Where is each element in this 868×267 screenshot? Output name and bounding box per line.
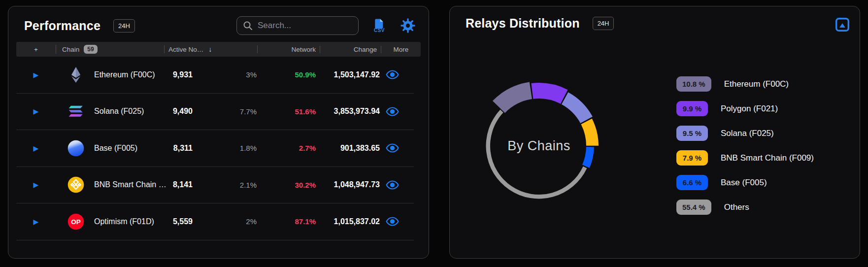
change-value: 2.7% bbox=[261, 144, 320, 152]
table-row[interactable]: ▶ BNB Smart Chain … 8,141 2.1% 30.2% 1,0… bbox=[16, 167, 414, 204]
active-nodes-value: 5,559 bbox=[164, 217, 194, 226]
legend-pct-badge: 6.6 % bbox=[676, 175, 708, 190]
legend-item: 55.4 % Others bbox=[676, 198, 814, 216]
change-value: 50.9% bbox=[261, 70, 320, 79]
table-row[interactable]: ▶ Base (F005) 8,311 1.8% 2.7% 901,383.65 bbox=[16, 130, 414, 167]
image-icon bbox=[835, 17, 850, 32]
gear-icon bbox=[400, 18, 416, 33]
legend-item: 9.9 % Polygon (F021) bbox=[676, 100, 814, 118]
legend-pct-badge: 9.9 % bbox=[676, 101, 708, 116]
sort-descending-icon[interactable]: ↓ bbox=[208, 45, 212, 53]
column-header-active-nodes[interactable]: Active No… ↓ bbox=[164, 45, 261, 53]
table-body: ▶ Ethereum (F00C) 9,931 3% 50.9% 1,503,1… bbox=[16, 57, 421, 240]
computed-units-value: 1,048,947.73 bbox=[320, 180, 381, 189]
legend-label: Ethereum (F00C) bbox=[724, 79, 789, 89]
column-header-chain[interactable]: Chain 59 bbox=[56, 45, 164, 54]
expand-row-icon[interactable]: ▶ bbox=[33, 181, 39, 189]
computed-units-value: 901,383.65 bbox=[320, 144, 381, 153]
legend-item: 10.8 % Ethereum (F00C) bbox=[676, 75, 814, 93]
legend-pct-badge: 7.9 % bbox=[676, 150, 708, 166]
expand-row-icon[interactable]: ▶ bbox=[33, 218, 39, 226]
legend-item: 7.9 % BNB Smart Chain (F009) bbox=[676, 149, 814, 167]
column-header-network[interactable]: Network bbox=[261, 46, 320, 53]
column-header-change[interactable]: Change bbox=[320, 46, 381, 53]
table-header-row: + Chain 59 Active No… ↓ Network Change M… bbox=[16, 42, 421, 57]
performance-header: Performance 24H CSV bbox=[8, 6, 429, 42]
view-details-eye-button[interactable] bbox=[386, 106, 399, 117]
relays-donut-chart[interactable]: By Chains bbox=[465, 72, 613, 220]
chain-name: Base (F005) bbox=[94, 144, 137, 153]
performance-table: + Chain 59 Active No… ↓ Network Change M… bbox=[16, 42, 421, 240]
optimism-icon: OP bbox=[67, 213, 84, 230]
table-row[interactable]: ▶ Solana (F025) 9,490 7.7% 51.6% 3,853,9… bbox=[16, 94, 414, 131]
chain-header-label: Chain bbox=[62, 46, 79, 53]
relays-legend: 10.8 % Ethereum (F00C) 9.9 % Polygon (F0… bbox=[676, 75, 814, 216]
csv-label: CSV bbox=[374, 28, 385, 33]
bnb-icon bbox=[67, 176, 84, 193]
legend-label: Others bbox=[724, 202, 749, 212]
computed-units-value: 3,853,973.94 bbox=[320, 107, 381, 116]
computed-units-value: 1,015,837.02 bbox=[320, 217, 381, 226]
network-share-value: 1.8% bbox=[194, 144, 261, 152]
change-value: 87.1% bbox=[261, 217, 320, 226]
network-share-value: 2% bbox=[194, 217, 261, 226]
legend-pct-badge: 9.5 % bbox=[676, 126, 708, 141]
active-nodes-value: 8,311 bbox=[164, 144, 194, 153]
view-details-eye-button[interactable] bbox=[386, 143, 399, 153]
legend-label: Base (F005) bbox=[721, 178, 767, 188]
active-nodes-value: 9,490 bbox=[164, 107, 194, 116]
legend-label: Solana (F025) bbox=[721, 129, 774, 138]
table-row[interactable]: ▶ OP Optimism (F01D) 5,559 2% 87.1% 1,01… bbox=[16, 203, 414, 240]
expand-row-icon[interactable]: ▶ bbox=[33, 107, 39, 115]
active-nodes-value: 8,141 bbox=[164, 180, 194, 189]
svg-text:OP: OP bbox=[71, 218, 80, 226]
ethereum-icon bbox=[67, 67, 84, 83]
column-header-more[interactable]: More bbox=[381, 46, 421, 53]
performance-title: Performance bbox=[24, 19, 100, 33]
timeframe-badge[interactable]: 24H bbox=[113, 19, 135, 33]
change-value: 30.2% bbox=[261, 181, 320, 189]
relays-header: Relays Distribution 24H bbox=[450, 6, 860, 37]
view-details-eye-button[interactable] bbox=[386, 216, 399, 227]
legend-item: 6.6 % Base (F005) bbox=[676, 173, 814, 192]
expand-row-icon[interactable]: ▶ bbox=[33, 71, 39, 79]
base-icon bbox=[67, 140, 84, 157]
change-value: 51.6% bbox=[261, 107, 320, 116]
legend-label: Polygon (F021) bbox=[721, 104, 778, 114]
legend-label: BNB Smart Chain (F009) bbox=[721, 153, 814, 163]
dashboard: Performance 24H CSV bbox=[0, 0, 868, 265]
legend-pct-badge: 10.8 % bbox=[676, 76, 711, 92]
table-row[interactable]: ▶ Ethereum (F00C) 9,931 3% 50.9% 1,503,1… bbox=[16, 57, 414, 94]
expand-row-icon[interactable]: ▶ bbox=[33, 144, 39, 152]
chain-name: Ethereum (F00C) bbox=[94, 70, 155, 79]
solana-icon bbox=[67, 103, 84, 120]
add-column-button[interactable]: + bbox=[16, 46, 56, 53]
relays-distribution-panel: Relays Distribution 24H By Chains 10.8 %… bbox=[449, 6, 860, 259]
chain-name: Solana (F025) bbox=[94, 107, 144, 116]
export-csv-button[interactable]: CSV bbox=[373, 18, 385, 33]
chain-count-badge: 59 bbox=[84, 45, 97, 54]
network-share-value: 3% bbox=[194, 70, 261, 79]
network-share-value: 7.7% bbox=[194, 107, 261, 116]
relays-timeframe-badge[interactable]: 24H bbox=[593, 17, 614, 30]
performance-panel: Performance 24H CSV bbox=[8, 6, 429, 259]
chain-name: Optimism (F01D) bbox=[94, 217, 154, 226]
chain-name: BNB Smart Chain … bbox=[94, 180, 167, 189]
legend-item: 9.5 % Solana (F025) bbox=[676, 124, 814, 142]
legend-pct-badge: 55.4 % bbox=[676, 200, 711, 215]
search-input-box[interactable] bbox=[236, 16, 359, 35]
donut-center-label: By Chains bbox=[465, 72, 613, 220]
relays-title: Relays Distribution bbox=[466, 16, 580, 31]
view-details-eye-button[interactable] bbox=[386, 180, 399, 190]
search-input[interactable] bbox=[258, 21, 367, 31]
export-image-button[interactable] bbox=[835, 17, 850, 32]
search-icon bbox=[243, 21, 253, 31]
computed-units-value: 1,503,147.92 bbox=[320, 70, 381, 79]
view-details-eye-button[interactable] bbox=[386, 69, 399, 80]
network-share-value: 2.1% bbox=[194, 181, 261, 189]
active-nodes-header-label: Active No… bbox=[168, 46, 203, 53]
active-nodes-value: 9,931 bbox=[164, 70, 194, 79]
settings-button[interactable] bbox=[400, 18, 416, 33]
